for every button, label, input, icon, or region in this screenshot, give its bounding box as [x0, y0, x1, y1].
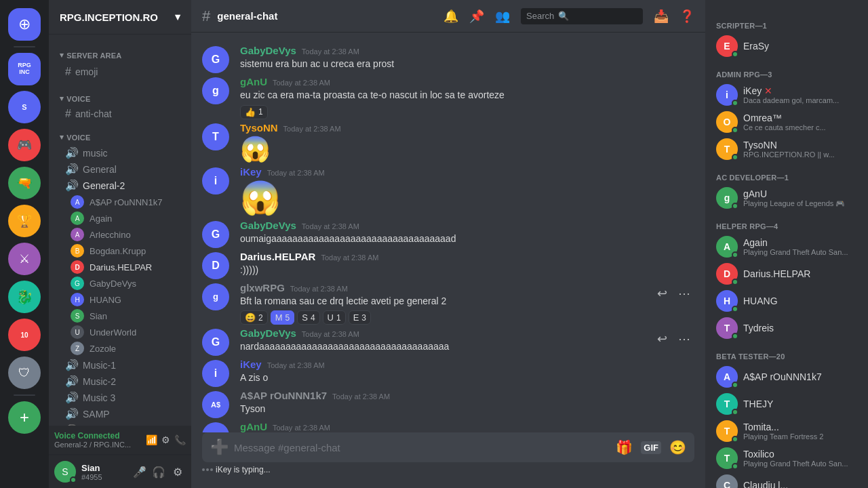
message-author[interactable]: iKey [240, 166, 262, 178]
voice-channel-music3[interactable]: 🔊 Music 3 [54, 390, 186, 405]
list-item[interactable]: T THEJY [711, 390, 863, 418]
message-author[interactable]: glxwRPG [240, 282, 285, 293]
voice-channel-general2[interactable]: 🔊 General-2 [54, 178, 186, 193]
list-item[interactable]: T Tomita... Playing Team Fortress 2 [711, 418, 863, 445]
list-item[interactable]: C Claudiu l... [711, 472, 863, 488]
server-icon-8[interactable]: 10 [8, 319, 41, 351]
gif-icon[interactable]: GIF [641, 441, 661, 454]
scripter-category: SCRIPTER—1 [711, 11, 863, 33]
deafen-button[interactable]: 🎧 [151, 464, 167, 480]
voice-signal-icon[interactable]: 📶 [146, 434, 157, 445]
voice-user-asap[interactable]: A A$AP rOuNNN1k7 [49, 194, 191, 210]
server-icon-6[interactable]: ⚔ [8, 243, 41, 275]
text-channels-category[interactable]: ▾ SERVER AREA [49, 40, 191, 62]
message-author[interactable]: GabyDeVys [240, 220, 296, 231]
voice-user-underworld[interactable]: U UnderWorld [49, 324, 191, 340]
list-item[interactable]: T Tydreis [711, 314, 863, 342]
voice-main-category[interactable]: ▾ VOICE [49, 122, 191, 144]
member-avatar-erasy: E [716, 35, 738, 57]
voice-user-again[interactable]: A Again [49, 210, 191, 226]
list-item[interactable]: A Again Playing Grand Theft Auto San... [711, 233, 863, 260]
message-header: A$AP rOuNNN1k7 Today at 2:38 AM [240, 390, 694, 401]
list-item[interactable]: E EraSy [711, 33, 863, 60]
members-icon[interactable]: 👥 [495, 9, 510, 24]
list-item[interactable]: g gAnU Playing League of Legends 🎮 [711, 184, 863, 211]
emoji-icon[interactable]: 😊 [669, 439, 686, 455]
bell-icon[interactable]: 🔔 [443, 9, 458, 24]
voice-channel-samp[interactable]: 🔊 SAMP [54, 406, 186, 422]
reaction-thumbsup[interactable]: 👍 1 [240, 105, 268, 119]
list-item[interactable]: O Omrea™ Ce ce cauta smecher c... [711, 108, 863, 136]
channel-header-name: general-chat [217, 10, 277, 22]
message-author[interactable]: TysoNN [240, 122, 278, 134]
list-item[interactable]: i iKey ✕ Daca dadeam gol, marcam... [711, 81, 863, 108]
voice-settings-icon[interactable]: ⚙ [161, 434, 170, 445]
list-item[interactable]: A A$AP rOuNNN1k7 [711, 363, 863, 390]
server-icon-9[interactable]: 🛡 [8, 357, 41, 389]
pin-icon[interactable]: 📌 [469, 9, 484, 24]
voice-user-arlecchino[interactable]: A Arlecchino [49, 226, 191, 243]
reaction-e[interactable]: E 3 [349, 310, 371, 325]
inbox-icon[interactable]: 📥 [654, 9, 669, 24]
voice-user-huang[interactable]: H HUANG [49, 291, 191, 308]
react-action-btn-2[interactable]: ↩ [653, 330, 671, 348]
server-icon-5[interactable]: 🏆 [8, 205, 41, 237]
voice-channel-anti-chat[interactable]: # anti-chat [54, 106, 186, 121]
member-sub: Playing League of Legends 🎮 [743, 199, 857, 208]
table-row: i iKey Today at 2:38 AM 😱 [191, 165, 705, 218]
message-author[interactable]: Darius.HELPAR [240, 251, 315, 262]
message-author[interactable]: GabyDeVys [240, 327, 296, 339]
reaction-s[interactable]: S 4 [297, 310, 319, 325]
reaction-u[interactable]: U 1 [323, 310, 346, 325]
server-icon-2[interactable]: S [8, 91, 41, 123]
speaker-icon-music1: 🔊 [65, 359, 79, 371]
react-action-btn[interactable]: ↩ [653, 285, 671, 302]
more-action-btn-2[interactable]: ⋯ [674, 330, 694, 348]
mute-button[interactable]: 🎤 [132, 464, 148, 480]
voice-channel-music2[interactable]: 🔊 Music-2 [54, 373, 186, 389]
message-author[interactable]: iKey [240, 359, 262, 370]
list-item[interactable]: T TysoNN RPG.INCEPTION.RO || w... [711, 136, 863, 163]
voice-user-darius[interactable]: D Darius.HELPAR [49, 259, 191, 275]
home-server-icon[interactable]: ⊕ [8, 8, 41, 41]
voice-channel-music1[interactable]: 🔊 Music-1 [54, 357, 186, 373]
voice-user-name-underworld: UnderWorld [90, 327, 136, 338]
message-input[interactable] [234, 435, 616, 460]
server-icon-7[interactable]: 🐉 [8, 281, 41, 313]
voice-user-gaby[interactable]: G GabyDeVys [49, 275, 191, 291]
add-server-icon[interactable]: + [8, 401, 41, 434]
search-bar[interactable]: Search 🔍 [521, 8, 643, 24]
member-name: gAnU [743, 188, 857, 199]
server-icon-3[interactable]: 🎮 [8, 129, 41, 161]
voice-user-avatar-again: A [71, 211, 84, 225]
voice-channel-music[interactable]: 🔊 music [54, 145, 186, 161]
add-attachment-icon[interactable]: ➕ [210, 439, 229, 456]
more-action-btn[interactable]: ⋯ [674, 285, 694, 302]
list-item[interactable]: D Darius.HELPAR [711, 260, 863, 287]
message-time: Today at 2:38 AM [302, 330, 359, 338]
reaction-1[interactable]: 😄 2 [240, 310, 268, 325]
voice-channel-general[interactable]: 🔊 General [54, 161, 186, 177]
server-header[interactable]: RPG.INCEPTION.RO ▾ [49, 0, 191, 35]
message-author[interactable]: gAnU [240, 76, 267, 87]
voice-user-sian[interactable]: S Sian [49, 308, 191, 324]
help-icon[interactable]: ❓ [679, 9, 694, 24]
avatar-letter: S [62, 466, 68, 477]
message-author[interactable]: GabyDeVys [240, 45, 296, 56]
reaction-m[interactable]: M 5 [271, 310, 295, 325]
voice-user-zozole[interactable]: Z Zozole [49, 340, 191, 357]
user-settings-button[interactable]: ⚙ [170, 464, 186, 480]
reaction-count-m: 5 [285, 313, 290, 323]
gift-icon[interactable]: 🎁 [616, 439, 633, 455]
list-item[interactable]: T Toxilico Playing Grand Theft Auto San.… [711, 445, 863, 472]
channel-item-emoji[interactable]: # emoji [54, 63, 186, 81]
voice-category[interactable]: ▾ VOICE [49, 83, 191, 106]
voice-user-bogdan[interactable]: B Bogdan.Krupp [49, 243, 191, 259]
server-icon-4[interactable]: 🔫 [8, 167, 41, 199]
list-item[interactable]: H HUANG [711, 287, 863, 314]
message-author[interactable]: gAnU [240, 421, 267, 432]
member-info: Tomita... Playing Team Fortress 2 [743, 422, 857, 441]
message-author[interactable]: A$AP rOuNNN1k7 [240, 390, 327, 401]
voice-disconnect-icon[interactable]: 📞 [174, 434, 186, 445]
rpg-server-icon[interactable]: RPGINC [8, 53, 41, 85]
